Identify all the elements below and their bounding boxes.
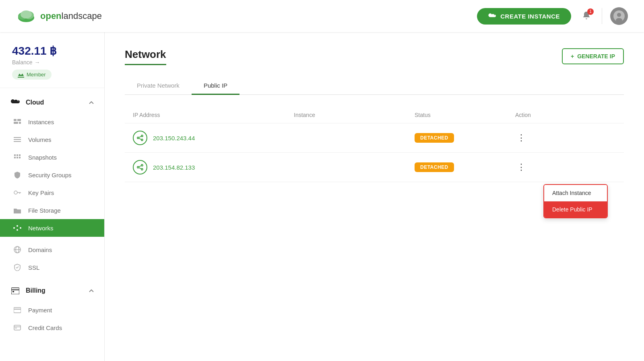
payment-label: Payment	[28, 307, 52, 314]
svg-rect-35	[14, 325, 21, 330]
attach-instance-item[interactable]: Attach Instance	[544, 185, 607, 201]
sidebar-item-instances[interactable]: Instances	[0, 113, 104, 131]
table-row: 203.150.243.44 DETACHED ⋮	[125, 123, 624, 153]
cloud-nav-label: Cloud	[26, 99, 44, 106]
col-ip-address: IP Address	[133, 112, 294, 118]
app-header: openlandscape CREATE INSTANCE 1	[0, 0, 644, 32]
generate-ip-button[interactable]: + GENERATE IP	[562, 48, 624, 64]
status-badge-2: DETACHED	[415, 162, 454, 172]
sidebar-item-file-storage[interactable]: File Storage	[0, 201, 104, 219]
balance-link[interactable]: Balance →	[12, 59, 92, 66]
ip-address-1: 203.150.243.44	[153, 135, 195, 142]
svg-point-43	[141, 164, 143, 166]
tab-public-ip[interactable]: Public IP	[192, 77, 239, 95]
svg-line-42	[139, 138, 141, 139]
cloud-nav-section: Cloud Instances	[0, 88, 104, 241]
sidebar: 432.11 ฿ Balance → Member	[0, 32, 105, 361]
header-divider	[602, 8, 602, 24]
avatar-button[interactable]	[610, 7, 628, 25]
sidebar-item-key-pairs[interactable]: Key Pairs	[0, 184, 104, 201]
billing-nav-group[interactable]: Billing	[0, 280, 104, 301]
snapshots-label: Snapshots	[28, 154, 57, 161]
notification-button[interactable]: 1	[579, 8, 594, 24]
volumes-icon	[13, 135, 22, 144]
svg-rect-19	[19, 157, 21, 158]
svg-rect-15	[17, 154, 18, 156]
credit-card-icon	[13, 323, 22, 332]
security-icon	[13, 170, 22, 179]
svg-point-45	[141, 168, 143, 170]
share-icon-2	[133, 160, 147, 174]
main-content: Network + GENERATE IP Private Network Pu…	[105, 32, 644, 361]
page-title: Network	[125, 48, 166, 65]
avatar-icon	[613, 10, 625, 22]
main-layout: 432.11 ฿ Balance → Member	[0, 32, 644, 361]
sidebar-item-networks[interactable]: Networks	[0, 219, 104, 237]
share-icon-1	[133, 131, 147, 145]
networks-icon	[13, 224, 22, 232]
svg-point-40	[141, 139, 143, 141]
table-row: 203.154.82.133 DETACHED ⋮ Attach Instanc…	[125, 153, 624, 182]
svg-rect-9	[14, 122, 18, 124]
logo-text: openlandscape	[40, 11, 102, 21]
sidebar-item-credit-cards[interactable]: Credit Cards	[0, 319, 104, 336]
cloud-icon	[488, 13, 496, 19]
svg-rect-8	[17, 119, 21, 121]
svg-point-39	[137, 137, 139, 139]
instances-label: Instances	[28, 119, 54, 125]
generate-ip-label: GENERATE IP	[577, 53, 615, 59]
col-instance: Instance	[294, 112, 415, 118]
svg-rect-32	[12, 291, 14, 292]
security-groups-label: Security Groups	[28, 172, 72, 178]
folder-icon	[13, 206, 22, 215]
chevron-up-icon	[88, 99, 95, 106]
svg-point-5	[617, 13, 621, 17]
logo-icon	[16, 10, 36, 23]
page-header: Network + GENERATE IP	[125, 48, 624, 65]
sidebar-item-snapshots[interactable]: Snapshots	[0, 148, 104, 166]
sidebar-item-volumes[interactable]: Volumes	[0, 131, 104, 148]
ip-address-2: 203.154.82.133	[153, 164, 195, 171]
crown-icon	[18, 72, 24, 78]
svg-rect-33	[14, 308, 21, 313]
balance-amount: 432.11 ฿	[12, 44, 92, 57]
create-instance-button[interactable]: CREATE INSTANCE	[477, 8, 571, 25]
file-storage-label: File Storage	[28, 207, 61, 214]
svg-rect-17	[14, 157, 16, 158]
key-icon	[13, 188, 22, 197]
snapshots-icon	[13, 153, 22, 162]
cloud-group-icon	[10, 97, 21, 108]
svg-rect-10	[19, 122, 21, 124]
billing-group-icon	[10, 285, 21, 296]
svg-point-24	[20, 227, 21, 229]
action-menu-button-2[interactable]: ⋮	[515, 162, 527, 172]
ssl-icon	[13, 263, 22, 272]
svg-line-47	[139, 168, 141, 169]
notification-badge: 1	[587, 8, 594, 15]
create-instance-label: CREATE INSTANCE	[500, 13, 560, 20]
domains-label: Domains	[28, 246, 52, 253]
instances-icon	[13, 117, 22, 126]
col-action: Action	[515, 112, 616, 118]
sidebar-item-security-groups[interactable]: Security Groups	[0, 166, 104, 184]
plus-icon: +	[571, 53, 574, 59]
chevron-up-billing-icon	[88, 287, 95, 294]
action-dropdown: Attach Instance Delete Public IP	[543, 184, 608, 218]
sidebar-item-ssl[interactable]: SSL	[0, 258, 104, 276]
svg-point-44	[137, 166, 139, 168]
svg-point-3	[21, 10, 32, 18]
cloud-nav-group[interactable]: Cloud	[0, 92, 104, 113]
svg-point-38	[141, 135, 143, 137]
action-menu-button-1[interactable]: ⋮	[515, 133, 527, 143]
key-pairs-label: Key Pairs	[28, 189, 54, 196]
billing-nav-label: Billing	[26, 287, 45, 294]
svg-point-23	[13, 227, 15, 229]
payment-icon	[13, 306, 22, 314]
sidebar-item-domains[interactable]: Domains	[0, 241, 104, 258]
svg-rect-16	[19, 154, 21, 156]
delete-public-ip-item[interactable]: Delete Public IP	[544, 201, 607, 217]
svg-rect-14	[14, 154, 16, 156]
sidebar-item-payment[interactable]: Payment	[0, 301, 104, 319]
domains-icon	[13, 245, 22, 254]
tab-private-network[interactable]: Private Network	[125, 77, 192, 95]
